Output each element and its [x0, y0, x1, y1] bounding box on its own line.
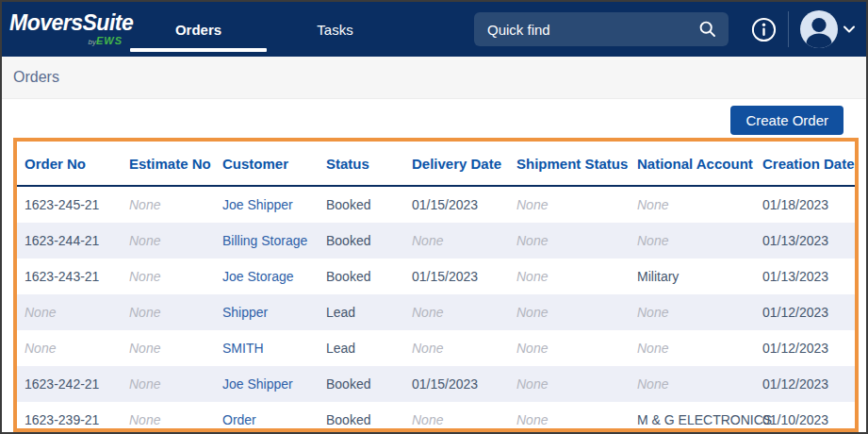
table-cell: None: [25, 341, 129, 356]
tab-tasks-label: Tasks: [317, 22, 352, 38]
table-cell: None: [637, 197, 762, 212]
table-row[interactable]: NoneNoneSMITHLeadNoneNoneNone01/12/2023: [17, 330, 855, 366]
table-cell: None: [516, 197, 637, 212]
table-row[interactable]: NoneNoneShipperLeadNoneNoneNone01/12/202…: [17, 294, 855, 330]
table-cell: 1623-242-21: [25, 376, 129, 392]
table-cell: None: [129, 376, 222, 392]
table-cell: Booked: [326, 197, 412, 212]
table-row[interactable]: 1623-242-21NoneJoe ShipperBooked01/15/20…: [17, 366, 855, 402]
brand-byline: byEWS: [88, 35, 123, 47]
title-bar: Orders: [2, 57, 866, 99]
brand-name: MoversSuite: [9, 11, 133, 34]
table-cell: Booked: [326, 412, 412, 427]
column-header-estimate-no[interactable]: Estimate No: [129, 156, 222, 172]
table-cell: None: [516, 412, 637, 427]
table-cell: None: [129, 233, 222, 248]
table-cell: Booked: [326, 269, 412, 284]
table-cell: 01/12/2023: [762, 376, 855, 392]
column-header-delivery-date[interactable]: Delivery Date: [412, 156, 516, 172]
table-cell: None: [516, 233, 637, 248]
customer-link[interactable]: Shipper: [222, 305, 326, 320]
table-cell: None: [412, 412, 516, 427]
table-cell: None: [516, 376, 637, 392]
table-cell: 01/13/2023: [762, 233, 855, 248]
table-row[interactable]: 1623-244-21NoneBilling StorageBookedNone…: [17, 223, 855, 259]
table-cell: None: [637, 305, 762, 320]
table-cell: 01/15/2023: [412, 269, 516, 284]
table-cell: 1623-243-21: [25, 269, 129, 284]
table-cell: Military: [637, 269, 762, 284]
orders-table: Order NoEstimate NoCustomerStatusDeliver…: [13, 138, 859, 432]
page-title: Orders: [13, 69, 59, 86]
table-cell: 1623-245-21: [25, 197, 129, 212]
table-cell: None: [129, 197, 222, 212]
column-header-national-account[interactable]: National Account: [637, 156, 762, 172]
column-header-shipment-status[interactable]: Shipment Status: [516, 156, 637, 172]
tab-orders[interactable]: Orders: [130, 2, 267, 57]
table-row[interactable]: 1623-245-21NoneJoe ShipperBooked01/15/20…: [17, 187, 855, 223]
table-cell: None: [516, 305, 637, 320]
table-cell: Lead: [326, 341, 412, 356]
table-cell: Lead: [326, 305, 412, 320]
quick-find-box: [474, 12, 729, 46]
table-cell: 01/12/2023: [762, 341, 855, 356]
table-cell: Booked: [326, 376, 412, 392]
customer-link[interactable]: SMITH: [222, 341, 326, 356]
top-nav-bar: MoversSuite byEWS Orders Tasks: [2, 2, 866, 57]
table-cell: None: [129, 341, 222, 356]
table-cell: 01/15/2023: [412, 197, 516, 212]
tab-tasks[interactable]: Tasks: [267, 2, 403, 57]
table-cell: None: [412, 233, 516, 248]
create-order-button[interactable]: Create Order: [730, 106, 843, 135]
table-cell: M & G ELECTRONICS: [637, 412, 762, 427]
table-cell: None: [637, 376, 762, 392]
customer-link[interactable]: Order: [222, 412, 326, 427]
table-body: 1623-245-21NoneJoe ShipperBooked01/15/20…: [17, 187, 855, 432]
user-avatar-icon[interactable]: [800, 10, 838, 48]
column-header-status[interactable]: Status: [326, 156, 412, 172]
main-content: Create Order Order NoEstimate NoCustomer…: [2, 99, 866, 432]
table-cell: None: [637, 341, 762, 356]
table-header-row: Order NoEstimate NoCustomerStatusDeliver…: [17, 142, 855, 187]
column-header-customer[interactable]: Customer: [222, 156, 326, 172]
table-cell: None: [516, 269, 637, 284]
column-header-creation-date[interactable]: Creation Date: [762, 156, 855, 172]
table-cell: 01/12/2023: [762, 305, 855, 320]
table-cell: None: [637, 233, 762, 248]
table-cell: None: [412, 341, 516, 356]
column-header-order-no[interactable]: Order No: [25, 156, 129, 172]
table-cell: None: [412, 305, 516, 320]
customer-link[interactable]: Billing Storage: [222, 233, 326, 248]
chevron-down-icon[interactable]: [843, 25, 856, 34]
table-cell: 1623-244-21: [25, 233, 129, 248]
topbar-divider: [788, 11, 789, 47]
table-cell: 01/15/2023: [412, 376, 516, 392]
customer-link[interactable]: Joe Shipper: [222, 376, 326, 392]
app-window: MoversSuite byEWS Orders Tasks: [0, 0, 868, 434]
table-cell: 1623-239-21: [25, 412, 129, 427]
table-cell: Booked: [326, 233, 412, 248]
table-row[interactable]: 1623-243-21NoneJoe StorageBooked01/15/20…: [17, 259, 855, 294]
table-cell: 01/13/2023: [762, 269, 855, 284]
brand-logo: MoversSuite byEWS: [9, 11, 124, 47]
info-icon[interactable]: [751, 17, 777, 42]
customer-link[interactable]: Joe Shipper: [222, 197, 326, 212]
quick-find-input[interactable]: [487, 22, 698, 38]
search-icon[interactable]: [698, 20, 717, 39]
table-cell: None: [25, 305, 129, 320]
table-cell: None: [129, 305, 222, 320]
table-cell: None: [129, 412, 222, 427]
table-cell: 01/10/2023: [762, 412, 855, 427]
table-cell: None: [129, 269, 222, 284]
tab-orders-label: Orders: [175, 22, 221, 38]
nav-tabs: Orders Tasks: [130, 2, 403, 57]
table-cell: None: [516, 341, 637, 356]
customer-link[interactable]: Joe Storage: [222, 269, 326, 284]
table-row[interactable]: 1623-239-21NoneOrderBookedNoneNoneM & G …: [17, 402, 855, 432]
table-cell: 01/18/2023: [762, 197, 855, 212]
